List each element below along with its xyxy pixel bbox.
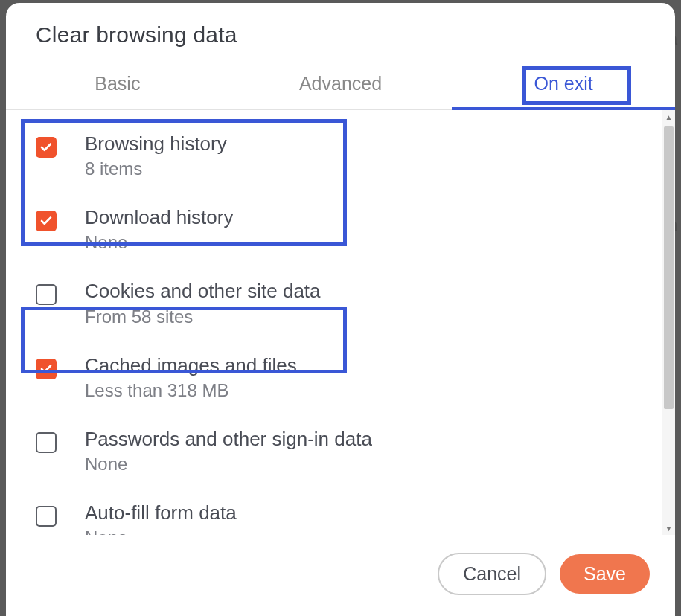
checkbox-unchecked-icon: [36, 432, 57, 453]
option-title: Browsing history: [85, 132, 639, 155]
option-title: Auto-fill form data: [85, 501, 639, 524]
checkbox-unchecked-icon: [36, 506, 57, 527]
checkbox-unchecked-icon: [36, 284, 57, 305]
checkbox-passwords[interactable]: [36, 432, 57, 453]
option-sub: None: [85, 232, 639, 253]
option-text: Passwords and other sign-in data None: [85, 428, 639, 475]
option-sub: None: [85, 454, 639, 475]
scroll-thumb[interactable]: [664, 126, 674, 409]
option-sub: Less than 318 MB: [85, 380, 639, 401]
save-button[interactable]: Save: [560, 554, 650, 594]
checkbox-browsing-history[interactable]: [36, 137, 57, 158]
option-passwords[interactable]: Passwords and other sign-in data None: [6, 414, 662, 488]
scroll-down-icon[interactable]: ▼: [662, 522, 675, 535]
option-title: Cached images and files: [85, 354, 639, 377]
checkbox-cookies[interactable]: [36, 284, 57, 305]
option-title: Download history: [85, 206, 639, 229]
content-wrap: Browsing history 8 items Download histor…: [6, 110, 675, 535]
scrollbar[interactable]: ▲ ▼: [662, 110, 675, 535]
checkbox-checked-icon: [36, 359, 57, 379]
checkbox-download-history[interactable]: [36, 211, 57, 231]
option-autofill[interactable]: Auto-fill form data None: [6, 488, 662, 535]
option-cookies[interactable]: Cookies and other site data From 58 site…: [6, 266, 662, 340]
tab-advanced[interactable]: Advanced: [229, 61, 453, 109]
cancel-button[interactable]: Cancel: [438, 553, 546, 595]
dialog-header: Clear browsing data: [6, 3, 675, 61]
options-list: Browsing history 8 items Download histor…: [6, 119, 662, 535]
option-title: Passwords and other sign-in data: [85, 428, 639, 451]
scroll-up-icon[interactable]: ▲: [662, 110, 675, 123]
option-title: Cookies and other site data: [85, 280, 639, 303]
option-sub: None: [85, 527, 639, 535]
option-text: Cached images and files Less than 318 MB: [85, 354, 639, 401]
tab-basic[interactable]: Basic: [6, 61, 229, 109]
option-text: Download history None: [85, 206, 639, 253]
tabs-bar: Basic Advanced On exit: [6, 61, 675, 110]
option-download-history[interactable]: Download history None: [6, 193, 662, 266]
checkbox-cached-images[interactable]: [36, 359, 57, 379]
checkbox-checked-icon: [36, 137, 57, 158]
clear-browsing-data-dialog: Clear browsing data Basic Advanced On ex…: [6, 3, 675, 616]
tab-on-exit[interactable]: On exit: [452, 61, 675, 109]
options-panel: Browsing history 8 items Download histor…: [6, 110, 662, 535]
option-browsing-history[interactable]: Browsing history 8 items: [6, 119, 662, 193]
option-sub: From 58 sites: [85, 307, 639, 327]
option-text: Auto-fill form data None: [85, 501, 639, 535]
checkbox-autofill[interactable]: [36, 506, 57, 527]
dialog-footer: Cancel Save: [6, 535, 675, 616]
option-text: Browsing history 8 items: [85, 132, 639, 179]
option-sub: 8 items: [85, 158, 639, 179]
checkbox-checked-icon: [36, 211, 57, 231]
option-text: Cookies and other site data From 58 site…: [85, 280, 639, 327]
option-cached-images[interactable]: Cached images and files Less than 318 MB: [6, 341, 662, 414]
dialog-title: Clear browsing data: [36, 22, 645, 48]
